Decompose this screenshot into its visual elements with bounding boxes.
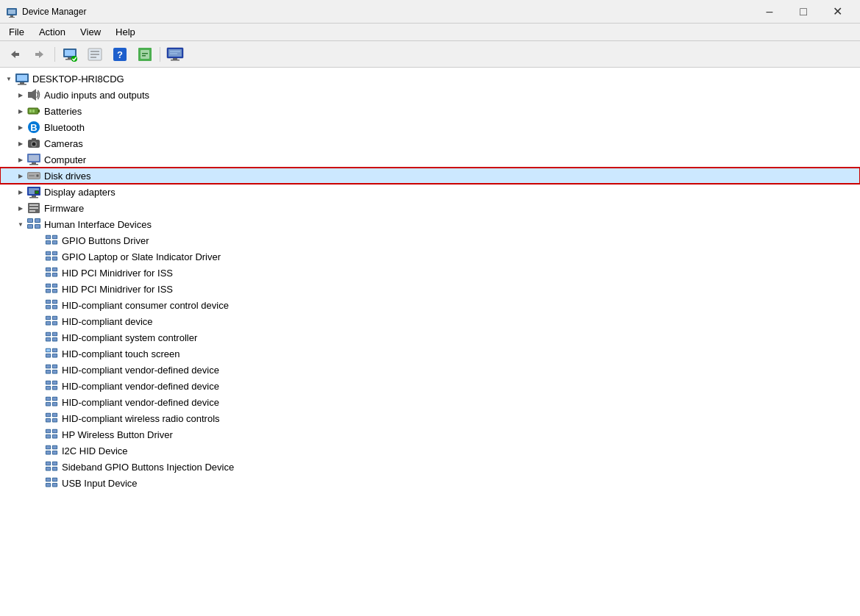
displayadapters-toggle[interactable] bbox=[15, 186, 26, 198]
tree-item-hid-child-1[interactable]: GPIO Laptop or Slate Indicator Driver bbox=[0, 248, 860, 265]
root-toggle[interactable] bbox=[3, 73, 15, 85]
hid-child-1-label: GPIO Laptop or Slate Indicator Driver bbox=[62, 251, 221, 262]
svg-point-43 bbox=[32, 143, 36, 146]
svg-rect-159 bbox=[53, 403, 57, 406]
firmware-toggle[interactable] bbox=[15, 202, 26, 214]
hid-child-6-icon bbox=[44, 330, 59, 345]
svg-rect-79 bbox=[53, 241, 57, 244]
svg-rect-68 bbox=[28, 219, 32, 222]
tree-item-hid-child-11[interactable]: HID-compliant wireless radio controls bbox=[0, 410, 860, 426]
batteries-toggle[interactable] bbox=[15, 105, 26, 117]
hid-toggle[interactable] bbox=[15, 218, 26, 230]
svg-rect-31 bbox=[20, 82, 24, 84]
tree-item-hid-child-8[interactable]: HID-compliant vendor-defined device bbox=[0, 362, 860, 378]
svg-rect-141 bbox=[53, 365, 57, 368]
tree-item-hid[interactable]: Human Interface Devices bbox=[0, 216, 860, 232]
svg-rect-150 bbox=[46, 387, 50, 390]
tree-item-hid-child-5[interactable]: HID-compliant device bbox=[0, 313, 860, 329]
tree-item-cameras[interactable]: Cameras bbox=[0, 135, 860, 151]
svg-rect-111 bbox=[53, 306, 57, 309]
svg-rect-108 bbox=[46, 301, 50, 304]
tree-item-hid-child-3[interactable]: HID PCI Minidriver for ISS bbox=[0, 281, 860, 297]
tree-item-hid-child-13[interactable]: I2C HID Device bbox=[0, 443, 860, 459]
menu-view[interactable]: View bbox=[74, 25, 107, 39]
menu-help[interactable]: Help bbox=[110, 25, 141, 39]
list-icon bbox=[88, 47, 102, 62]
svg-rect-143 bbox=[53, 370, 57, 373]
close-button[interactable]: ✕ bbox=[820, 0, 854, 24]
window-title: Device Manager bbox=[22, 7, 86, 17]
svg-rect-196 bbox=[46, 479, 50, 481]
monitor-button[interactable] bbox=[163, 44, 187, 65]
tree-view[interactable]: DESKTOP-HRI8CDG Audio inputs and outputs bbox=[0, 68, 860, 616]
svg-rect-46 bbox=[29, 155, 39, 161]
properties-button[interactable] bbox=[133, 44, 157, 65]
svg-rect-173 bbox=[53, 430, 57, 433]
tree-item-diskdrives[interactable]: Disk drives bbox=[0, 168, 860, 184]
title-controls: – □ ✕ bbox=[753, 0, 854, 24]
list-button[interactable] bbox=[83, 44, 107, 65]
computer-toggle[interactable] bbox=[15, 154, 26, 165]
tree-item-audio[interactable]: Audio inputs and outputs bbox=[0, 87, 860, 103]
svg-rect-172 bbox=[46, 430, 50, 433]
svg-rect-182 bbox=[46, 451, 50, 454]
tree-item-hid-child-0[interactable]: GPIO Buttons Driver bbox=[0, 232, 860, 248]
tree-item-firmware[interactable]: Firmware bbox=[0, 200, 860, 216]
bluetooth-toggle[interactable] bbox=[15, 121, 26, 133]
hid-child-13-icon bbox=[44, 443, 59, 458]
tree-item-hid-child-7[interactable]: HID-compliant touch screen bbox=[0, 345, 860, 362]
help-button[interactable]: ? bbox=[108, 44, 132, 65]
svg-rect-22 bbox=[142, 55, 146, 57]
tree-item-hid-child-2[interactable]: HID PCI Minidriver for ISS bbox=[0, 265, 860, 281]
forward-button[interactable] bbox=[28, 44, 51, 65]
tree-item-hid-child-14[interactable]: Sideband GPIO Buttons Injection Device bbox=[0, 459, 860, 475]
tree-item-displayadapters[interactable]: Display adapters bbox=[0, 184, 860, 200]
bluetooth-label: Bluetooth bbox=[44, 122, 85, 133]
back-icon bbox=[8, 48, 21, 61]
diskdrives-toggle[interactable] bbox=[15, 170, 26, 182]
svg-rect-62 bbox=[29, 207, 38, 209]
svg-rect-28 bbox=[171, 60, 180, 61]
tree-root[interactable]: DESKTOP-HRI8CDG bbox=[0, 71, 860, 87]
cameras-toggle[interactable] bbox=[15, 137, 26, 149]
hid-child-6-label: HID-compliant system controller bbox=[62, 332, 197, 343]
svg-rect-189 bbox=[53, 462, 57, 465]
tree-item-hid-child-9[interactable]: HID-compliant vendor-defined device bbox=[0, 378, 860, 394]
svg-rect-9 bbox=[65, 50, 75, 56]
tree-item-hid-child-15[interactable]: USB Input Device bbox=[0, 475, 860, 491]
svg-rect-197 bbox=[53, 479, 57, 481]
tree-item-bluetooth[interactable]: B Bluetooth bbox=[0, 119, 860, 135]
batteries-icon bbox=[26, 104, 41, 118]
bluetooth-icon: B bbox=[26, 120, 41, 135]
audio-toggle[interactable] bbox=[15, 89, 26, 101]
tree-item-hid-child-10[interactable]: HID-compliant vendor-defined device bbox=[0, 394, 860, 410]
svg-rect-116 bbox=[46, 317, 50, 320]
svg-rect-158 bbox=[46, 403, 50, 406]
maximize-button[interactable]: □ bbox=[786, 0, 820, 24]
menu-file[interactable]: File bbox=[3, 25, 30, 39]
svg-marker-6 bbox=[39, 51, 43, 58]
svg-rect-44 bbox=[32, 138, 36, 140]
hid-child-1-icon bbox=[44, 249, 59, 264]
back-button[interactable] bbox=[3, 44, 26, 65]
properties-icon bbox=[137, 46, 153, 62]
minimize-button[interactable]: – bbox=[753, 0, 786, 24]
svg-rect-175 bbox=[53, 435, 57, 438]
svg-rect-78 bbox=[46, 241, 50, 244]
tree-item-batteries[interactable]: Batteries bbox=[0, 103, 860, 119]
computer-button[interactable] bbox=[58, 44, 82, 65]
svg-rect-71 bbox=[35, 225, 40, 228]
svg-rect-142 bbox=[46, 370, 50, 373]
svg-rect-181 bbox=[53, 446, 57, 449]
tree-item-hid-child-12[interactable]: HP Wireless Button Driver bbox=[0, 426, 860, 443]
tree-item-hid-child-4[interactable]: HID-compliant consumer control device bbox=[0, 297, 860, 313]
svg-rect-3 bbox=[9, 17, 15, 18]
tree-item-hid-child-6[interactable]: HID-compliant system controller bbox=[0, 329, 860, 345]
svg-rect-94 bbox=[46, 273, 50, 276]
svg-rect-76 bbox=[46, 236, 50, 239]
menu-action[interactable]: Action bbox=[33, 25, 71, 39]
svg-rect-166 bbox=[46, 419, 50, 422]
svg-rect-86 bbox=[46, 257, 50, 260]
tree-item-computer[interactable]: Computer bbox=[0, 151, 860, 168]
hid-child-10-icon bbox=[44, 395, 59, 409]
